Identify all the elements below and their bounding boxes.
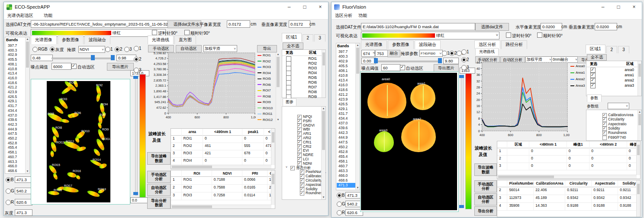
tree-vscroll[interactable]: ▲▼ bbox=[321, 107, 325, 199]
band-item[interactable]: 444.9 bbox=[6, 127, 25, 132]
gray-band-input[interactable]: 471.3 bbox=[15, 209, 32, 216]
maximize-button[interactable]: □ bbox=[297, 2, 312, 12]
radio-1[interactable] bbox=[105, 47, 110, 52]
table-hscroll[interactable] bbox=[171, 165, 271, 169]
thumb[interactable] bbox=[498, 176, 554, 178]
menu-functions[interactable]: 功能 bbox=[358, 13, 367, 19]
tab-analysis-0[interactable]: 选区分析 bbox=[474, 40, 500, 49]
table-row[interactable]: 1ROI1000 bbox=[171, 135, 275, 143]
range-max-input[interactable]: 0.98 bbox=[116, 55, 136, 61]
band-g-radio[interactable] bbox=[337, 202, 342, 207]
auto-roi-analysis-button[interactable]: 自动选区分析 bbox=[147, 184, 171, 196]
range-slider-handle[interactable] bbox=[374, 58, 378, 63]
export-analysis-button[interactable]: 导出分析数据 bbox=[147, 197, 171, 209]
table-row[interactable]: 3ROI30.72580.01141.5342 bbox=[171, 192, 275, 200]
colorbar-slider-bottom-handle[interactable] bbox=[133, 192, 138, 195]
dat-file-path-input[interactable]: -06-32/capture/REFLECTANCE_lvdou_emptyna… bbox=[31, 20, 168, 28]
band-item[interactable]: 408.1 bbox=[337, 68, 355, 73]
colorbar-slider-track[interactable] bbox=[461, 77, 464, 207]
band-item[interactable]: 421.2 bbox=[6, 85, 25, 90]
band-item[interactable]: 400.3 bbox=[6, 48, 25, 53]
check-vscroll[interactable] bbox=[638, 61, 641, 96]
range-slider-track[interactable] bbox=[52, 58, 115, 59]
band-item[interactable]: 413.4 bbox=[6, 71, 25, 76]
range-slider-handle2[interactable] bbox=[438, 58, 442, 63]
band-item[interactable]: 418.6 bbox=[6, 81, 25, 85]
band-item[interactable]: 442.3 bbox=[6, 122, 25, 127]
colormap-combobox[interactable]: 绿红 ˅ bbox=[361, 32, 499, 39]
band-item[interactable]: 471.3 bbox=[337, 183, 355, 188]
bands-scrollbar[interactable]: ▲▼ bbox=[25, 37, 29, 173]
radio-1[interactable] bbox=[461, 49, 467, 55]
band-item[interactable]: 450.2 bbox=[6, 136, 25, 141]
tab-image-1[interactable]: 参数图像 bbox=[58, 36, 84, 44]
band-item[interactable]: 416.0 bbox=[6, 76, 25, 81]
band-item[interactable]: 444.9 bbox=[337, 135, 355, 140]
range-slider-handle2[interactable] bbox=[111, 55, 115, 60]
table-vscroll[interactable] bbox=[636, 141, 640, 175]
band-item[interactable]: 397.7 bbox=[337, 49, 355, 54]
tab-image-1[interactable]: 参数图像 bbox=[388, 40, 414, 49]
table-row[interactable]: 20000 bbox=[497, 155, 640, 163]
menu-pseudocolor-roi[interactable]: 光谱伪彩选区 bbox=[7, 13, 33, 19]
export-image-button[interactable]: 导出图片 bbox=[434, 64, 459, 72]
table-vscroll[interactable] bbox=[636, 180, 640, 217]
radio-2[interactable] bbox=[461, 57, 467, 62]
radio-2[interactable] bbox=[115, 47, 120, 52]
radio-3[interactable] bbox=[124, 47, 129, 52]
rotate-cw-checkbox[interactable] bbox=[184, 30, 190, 35]
table-row[interactable]: 3ROI34216780 bbox=[171, 150, 275, 158]
param-group-dropdown[interactable] bbox=[608, 103, 629, 109]
tab-curve-1[interactable]: 直方图 bbox=[174, 36, 196, 44]
thumb[interactable] bbox=[172, 166, 212, 168]
band-item[interactable]: 439.6 bbox=[6, 117, 25, 122]
band-r-radio[interactable] bbox=[6, 200, 11, 205]
band-item[interactable]: 460.7 bbox=[337, 164, 355, 169]
range-min-input[interactable]: 0.48 bbox=[31, 55, 53, 61]
list-vscroll[interactable]: ▲ bbox=[638, 110, 641, 140]
tab-image-2[interactable]: 波段融合 bbox=[415, 40, 441, 49]
thumb[interactable] bbox=[322, 52, 325, 65]
thumb[interactable] bbox=[172, 205, 212, 208]
fuse-button[interactable]: 融合 bbox=[387, 50, 400, 57]
table-row[interactable]: 2ROI20.75880.01652.2339 bbox=[171, 184, 275, 192]
band-item[interactable]: 405.5 bbox=[337, 64, 355, 68]
export-peak-button[interactable]: 导出波峰数据 bbox=[474, 163, 497, 176]
thumb[interactable] bbox=[272, 132, 274, 143]
band-item[interactable]: 426.5 bbox=[337, 102, 355, 107]
band-item[interactable]: 402.9 bbox=[337, 59, 355, 64]
colorbar-slider-top-handle[interactable] bbox=[459, 75, 464, 78]
band-b-radio[interactable] bbox=[337, 193, 342, 198]
export-image-button[interactable]: 导出图片 bbox=[107, 63, 134, 71]
band-item[interactable]: 468.6 bbox=[6, 169, 25, 173]
band-r-input[interactable]: 620.6 bbox=[15, 199, 32, 205]
legend-scrollbar[interactable]: ▲▼ bbox=[276, 52, 280, 122]
colorbar-slider-track[interactable] bbox=[135, 77, 138, 195]
band-item[interactable]: 442.3 bbox=[337, 130, 355, 135]
param-checkbox-Circularity[interactable] bbox=[602, 117, 607, 122]
band-item[interactable]: 455.4 bbox=[337, 154, 355, 159]
auto-roi-checkbox[interactable] bbox=[400, 65, 405, 70]
hpixel-input[interactable]: 0.0172 bbox=[227, 20, 250, 28]
band-item[interactable]: 405.5 bbox=[6, 57, 25, 62]
radio-2[interactable] bbox=[134, 57, 139, 62]
deselect-all-button[interactable]: 全不选 bbox=[283, 42, 303, 49]
colorbar-slider-top-handle[interactable] bbox=[133, 76, 138, 79]
tab-curve-0[interactable]: 光谱曲线 bbox=[148, 36, 174, 44]
manual-roi-analysis-button[interactable]: 手动选区分析 bbox=[147, 171, 171, 183]
param-checkbox-F690/F740[interactable] bbox=[602, 135, 607, 140]
titlebar[interactable]: FluorVision – □ × bbox=[332, 2, 642, 12]
table-hscroll[interactable] bbox=[497, 175, 637, 179]
band-item[interactable]: 437.0 bbox=[6, 113, 25, 118]
deselect-all-button[interactable]: 全不选 bbox=[587, 54, 607, 61]
band-item[interactable]: 439.6 bbox=[337, 126, 355, 130]
band-item[interactable]: 447.5 bbox=[6, 131, 25, 136]
table-row[interactable]: 30000 bbox=[497, 163, 640, 170]
rotate-cw-checkbox[interactable] bbox=[537, 33, 542, 38]
mask-param-dropdown[interactable]: F740/F690 bbox=[419, 50, 443, 57]
range-max-input[interactable]: 9.80 bbox=[443, 58, 459, 64]
band-item[interactable]: 460.7 bbox=[6, 155, 25, 159]
band-item[interactable]: 458.1 bbox=[337, 159, 355, 164]
close-button[interactable]: × bbox=[626, 2, 642, 12]
table-row[interactable]: 25601422.4060.92110.92110.9211 bbox=[497, 187, 640, 195]
